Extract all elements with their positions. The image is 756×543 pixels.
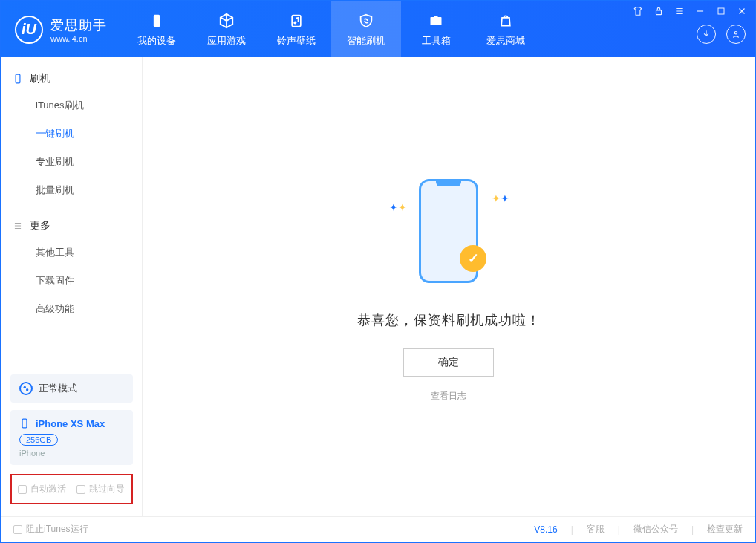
sidebar-item-pro-flash[interactable]: 专业刷机	[1, 148, 142, 176]
checkbox-label: 自动激活	[30, 483, 66, 495]
footer-link-support[interactable]: 客服	[587, 523, 605, 536]
tab-label: 我的设备	[137, 34, 176, 48]
checkbox-icon	[18, 485, 27, 494]
tab-label: 智能刷机	[347, 34, 385, 48]
tab-smart-flash[interactable]: 智能刷机	[331, 1, 401, 57]
footer: 阻止iTunes运行 V8.16 | 客服 | 微信公众号 | 检查更新	[1, 516, 755, 542]
footer-right: V8.16 | 客服 | 微信公众号 | 检查更新	[534, 523, 743, 536]
checkbox-icon	[76, 485, 85, 494]
phone-graphic: ✓	[419, 179, 478, 283]
success-illustration: ✦✦ ✦✦ ✓	[374, 172, 523, 290]
window-controls	[631, 4, 749, 18]
sidebar-group-more: 更多 其他工具 下载固件 高级功能	[1, 204, 142, 323]
mode-card[interactable]: 正常模式	[10, 374, 133, 403]
download-button[interactable]	[697, 25, 716, 44]
sidebar-head-label: 更多	[30, 219, 50, 233]
sidebar-item-other-tools[interactable]: 其他工具	[1, 238, 142, 267]
svg-point-8	[26, 388, 28, 391]
app-subtitle: www.i4.cn	[50, 34, 107, 43]
svg-point-7	[24, 386, 26, 388]
body: 刷机 iTunes刷机 一键刷机 专业刷机 批量刷机 更多 其他工具 下载固件 …	[1, 57, 755, 516]
main-content: ✦✦ ✦✦ ✓ 恭喜您，保资料刷机成功啦！ 确定 查看日志	[143, 57, 755, 516]
tab-label: 铃声壁纸	[277, 34, 316, 48]
tab-store[interactable]: 爱思商城	[471, 1, 541, 57]
ok-button[interactable]: 确定	[403, 348, 494, 377]
list-icon	[12, 220, 24, 232]
lock-icon[interactable]	[652, 4, 665, 18]
check-badge-icon: ✓	[460, 245, 486, 272]
sidebar-item-batch-flash[interactable]: 批量刷机	[1, 176, 142, 204]
sidebar-head-label: 刷机	[30, 72, 50, 85]
checkbox-auto-activate[interactable]: 自动激活	[18, 483, 66, 495]
bag-icon	[497, 12, 515, 30]
maximize-button[interactable]	[714, 4, 728, 18]
briefcase-icon	[427, 12, 445, 30]
separator: |	[618, 524, 620, 535]
separator: |	[571, 524, 573, 535]
sparkle-icon: ✦✦	[389, 201, 407, 213]
svg-point-4	[294, 22, 296, 24]
checkbox-skip-wizard[interactable]: 跳过向导	[76, 483, 125, 495]
svg-rect-6	[16, 74, 20, 83]
logo-icon: iU	[15, 16, 43, 44]
svg-rect-9	[22, 419, 27, 428]
tab-label: 应用游戏	[207, 34, 246, 48]
user-button[interactable]	[726, 25, 746, 44]
shirt-icon[interactable]	[631, 4, 645, 18]
header-right-controls	[697, 25, 746, 44]
svg-rect-1	[718, 8, 724, 14]
success-message: 恭喜您，保资料刷机成功啦！	[357, 311, 541, 329]
mode-label: 正常模式	[39, 382, 77, 395]
sidebar-item-advanced[interactable]: 高级功能	[1, 295, 142, 323]
tab-label: 工具箱	[422, 34, 451, 48]
tab-label: 爱思商城	[486, 34, 525, 48]
footer-link-wechat[interactable]: 微信公众号	[633, 523, 678, 536]
checkbox-label: 跳过向导	[89, 483, 125, 495]
sidebar-item-download-firmware[interactable]: 下载固件	[1, 267, 142, 295]
sidebar: 刷机 iTunes刷机 一键刷机 专业刷机 批量刷机 更多 其他工具 下载固件 …	[1, 57, 143, 516]
sidebar-item-oneclick-flash[interactable]: 一键刷机	[1, 120, 142, 148]
view-log-link[interactable]: 查看日志	[431, 390, 466, 403]
device-capacity: 256GB	[19, 434, 58, 446]
sidebar-head-more: 更多	[1, 213, 142, 238]
footer-link-update[interactable]: 检查更新	[707, 523, 743, 536]
app-window: iU 爱思助手 www.i4.cn 我的设备 应用游戏 铃声壁纸 智能刷机	[0, 0, 756, 543]
device-type: iPhone	[19, 449, 124, 458]
device-icon	[19, 417, 30, 429]
tab-my-device[interactable]: 我的设备	[122, 1, 192, 57]
checkbox-icon	[13, 525, 22, 534]
sidebar-head-flash: 刷机	[1, 66, 142, 91]
version-label: V8.16	[534, 524, 557, 535]
close-button[interactable]	[735, 4, 749, 18]
music-file-icon	[287, 12, 305, 30]
cube-icon	[218, 12, 235, 30]
tab-apps[interactable]: 应用游戏	[192, 1, 261, 57]
logo: iU 爱思助手 www.i4.cn	[1, 16, 122, 44]
svg-rect-2	[154, 14, 160, 27]
phone-outline-icon	[12, 73, 24, 85]
phone-icon	[148, 12, 166, 30]
sidebar-group-flash: 刷机 iTunes刷机 一键刷机 专业刷机 批量刷机	[1, 57, 142, 204]
menu-icon[interactable]	[673, 4, 686, 18]
tab-toolbox[interactable]: 工具箱	[401, 1, 471, 57]
svg-rect-0	[656, 10, 662, 15]
main-tabs: 我的设备 应用游戏 铃声壁纸 智能刷机 工具箱 爱思商城	[122, 1, 541, 57]
sparkle-icon: ✦✦	[492, 192, 509, 204]
checkbox-label: 阻止iTunes运行	[26, 523, 88, 536]
app-title: 爱思助手	[50, 16, 107, 34]
highlight-box: 自动激活 跳过向导	[10, 474, 133, 504]
minimize-button[interactable]	[694, 4, 707, 18]
phone-notch	[436, 179, 461, 186]
sidebar-item-itunes-flash[interactable]: iTunes刷机	[1, 91, 142, 120]
svg-point-5	[734, 32, 737, 35]
checkbox-block-itunes[interactable]: 阻止iTunes运行	[13, 523, 88, 536]
device-name: iPhone XS Max	[36, 418, 105, 429]
device-card[interactable]: iPhone XS Max 256GB iPhone	[10, 410, 133, 465]
svg-rect-3	[292, 15, 301, 26]
refresh-shield-icon	[357, 12, 375, 30]
header: iU 爱思助手 www.i4.cn 我的设备 应用游戏 铃声壁纸 智能刷机	[1, 1, 755, 57]
mode-icon	[19, 382, 33, 395]
separator: |	[691, 524, 694, 535]
tab-ringtones[interactable]: 铃声壁纸	[261, 1, 331, 57]
sidebar-bottom: 正常模式 iPhone XS Max 256GB iPhone 自动激活 跳过向…	[1, 374, 142, 516]
